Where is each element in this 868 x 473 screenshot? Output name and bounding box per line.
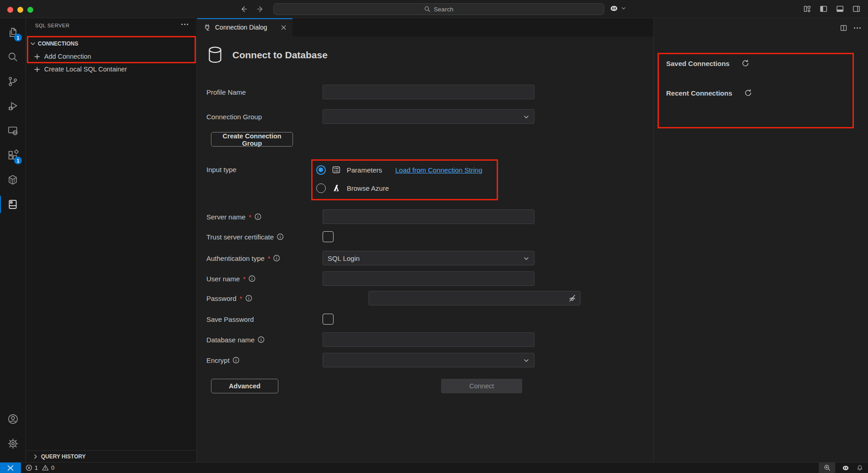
explorer-badge: 1 <box>14 34 22 41</box>
run-debug-icon[interactable] <box>0 94 26 118</box>
info-icon[interactable] <box>248 275 256 282</box>
copilot-menu[interactable] <box>609 4 626 13</box>
trust-server-certificate-label: Trust server certificate <box>206 231 284 242</box>
copilot-icon <box>609 4 619 13</box>
forward-icon[interactable] <box>255 4 266 15</box>
zoom-status-icon[interactable] <box>819 463 835 473</box>
warning-count: 0 <box>51 464 54 471</box>
titlebar: Search <box>0 0 868 18</box>
settings-gear-icon[interactable] <box>0 431 26 456</box>
server-name-label: Server name* <box>206 209 262 224</box>
refresh-icon[interactable] <box>741 59 750 67</box>
explorer-icon[interactable]: 1 <box>0 20 26 45</box>
toggle-secondary-sidebar-icon[interactable] <box>852 5 861 13</box>
search-placeholder: Search <box>434 6 453 13</box>
extensions-icon[interactable]: 1 <box>0 143 26 168</box>
database-name-label: Database name <box>206 332 265 347</box>
query-history-section-header[interactable]: QUERY HISTORY <box>26 450 196 462</box>
parameters-form-icon <box>332 165 341 174</box>
warning-icon <box>42 464 49 471</box>
connection-group-dropdown[interactable] <box>323 109 534 124</box>
input-type-label: Input type <box>206 162 236 177</box>
customize-layout-icon[interactable] <box>803 5 812 13</box>
chevron-down-icon <box>523 357 529 364</box>
server-name-input[interactable] <box>323 209 534 224</box>
connection-group-label: Connection Group <box>206 109 262 124</box>
create-connection-group-button[interactable]: Create Connection Group <box>211 132 293 147</box>
tab-connection-dialog[interactable]: Connection Dialog <box>197 18 293 36</box>
plus-icon <box>34 66 41 73</box>
maximize-window-button[interactable] <box>27 7 33 13</box>
saved-connections-header: Saved Connections <box>666 60 729 67</box>
profile-name-input[interactable] <box>323 85 534 99</box>
connect-button[interactable]: Connect <box>441 379 522 393</box>
search-icon <box>424 6 431 12</box>
plus-icon <box>34 53 41 60</box>
chevron-down-icon <box>621 6 626 11</box>
sql-server-view-icon[interactable] <box>0 192 26 217</box>
sidebar-item-add-connection[interactable]: Add Connection <box>26 50 196 63</box>
authentication-type-label: Authentication type* <box>206 251 280 265</box>
minimize-window-button[interactable] <box>17 7 23 13</box>
password-input[interactable] <box>369 291 580 305</box>
sql-server-sidebar: SQL SERVER CONNECTIONS Add Connection <box>26 18 197 462</box>
traffic-lights <box>7 7 33 13</box>
extensions-badge: 1 <box>14 157 22 164</box>
save-password-checkbox[interactable] <box>323 314 334 325</box>
back-icon[interactable] <box>238 4 249 15</box>
sidebar-item-create-local-sql-container[interactable]: Create Local SQL Container <box>26 63 196 76</box>
notifications-bell-icon[interactable] <box>856 464 863 472</box>
toggle-primary-sidebar-icon[interactable] <box>819 5 828 13</box>
azure-icon <box>332 183 341 193</box>
user-name-label: User name* <box>206 271 256 286</box>
eye-off-icon[interactable] <box>567 293 578 303</box>
tab-title: Connection Dialog <box>215 24 275 31</box>
parameters-radio[interactable] <box>316 165 326 175</box>
status-bar: 1 0 <box>0 462 868 473</box>
user-name-input[interactable] <box>323 271 534 286</box>
problems-status[interactable]: 1 0 <box>26 464 54 471</box>
info-icon[interactable] <box>232 356 240 364</box>
connections-section-header[interactable]: CONNECTIONS <box>26 37 196 50</box>
info-icon[interactable] <box>277 233 284 240</box>
advanced-button[interactable]: Advanced <box>211 379 278 393</box>
info-icon[interactable] <box>273 254 280 262</box>
authentication-type-dropdown[interactable]: SQL Login <box>323 251 534 265</box>
editor-group: Connection Dialog Connect to Database Pr… <box>197 18 653 462</box>
info-icon[interactable] <box>257 336 265 343</box>
recent-connections-header: Recent Connections <box>666 89 732 97</box>
load-from-connection-string-link[interactable]: Load from Connection String <box>395 166 483 174</box>
accounts-icon[interactable] <box>0 407 26 431</box>
close-tab-icon[interactable] <box>279 23 288 32</box>
encrypt-label: Encrypt <box>206 353 240 367</box>
info-icon[interactable] <box>245 295 252 302</box>
save-password-label: Save Password <box>206 314 254 325</box>
split-editor-icon[interactable] <box>840 24 847 32</box>
chevron-right-icon <box>32 453 39 460</box>
copilot-status-icon[interactable] <box>842 464 850 472</box>
page-title: Connect to Database <box>232 50 328 61</box>
password-label: Password* <box>206 291 252 305</box>
info-icon[interactable] <box>254 213 262 220</box>
chevron-down-icon <box>523 255 529 262</box>
search-view-icon[interactable] <box>0 45 26 69</box>
browse-azure-radio[interactable] <box>316 183 326 193</box>
close-window-button[interactable] <box>7 7 13 13</box>
toggle-panel-icon[interactable] <box>836 5 844 13</box>
connection-dialog-form: Connect to Database Profile Name Connect… <box>197 36 653 462</box>
error-icon <box>26 464 32 471</box>
refresh-icon[interactable] <box>744 89 752 97</box>
encrypt-dropdown[interactable] <box>323 353 534 367</box>
sidebar-title: SQL SERVER <box>35 23 70 28</box>
error-count: 1 <box>35 464 38 471</box>
chevron-down-icon <box>523 114 529 120</box>
more-actions-icon[interactable] <box>854 27 861 29</box>
trust-server-certificate-checkbox[interactable] <box>323 231 334 242</box>
containers-icon[interactable] <box>0 168 26 192</box>
command-center-search[interactable]: Search <box>273 3 604 15</box>
remote-explorer-icon[interactable] <box>0 118 26 143</box>
source-control-icon[interactable] <box>0 69 26 94</box>
more-actions-icon[interactable] <box>181 24 188 25</box>
remote-indicator[interactable] <box>0 463 21 473</box>
database-name-input[interactable] <box>323 332 534 347</box>
